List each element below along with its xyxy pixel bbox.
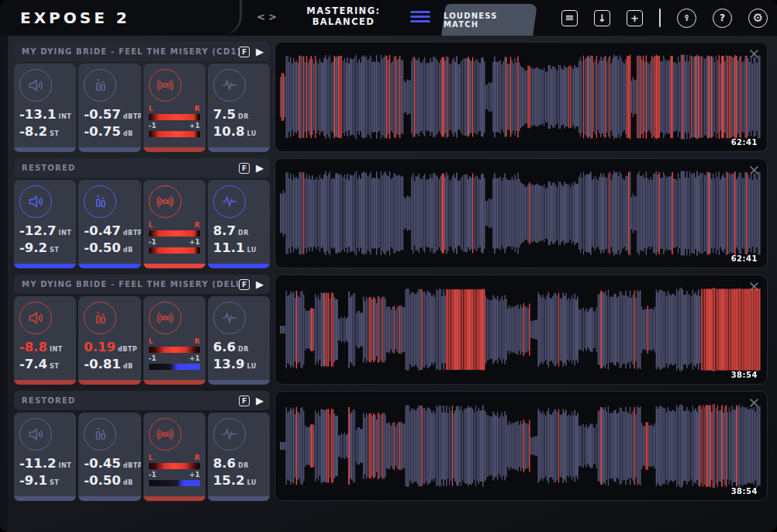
- dynamics-metric-cell[interactable]: 7.5DR 10.8LU: [208, 64, 270, 152]
- duration-label: 62:41: [731, 138, 758, 147]
- app-title: EXPOSE 2: [20, 9, 130, 27]
- stereo-metric-cell[interactable]: LR -1+1: [143, 413, 205, 501]
- stereo-metric-cell[interactable]: LR -1+1: [143, 296, 205, 385]
- track-row: RESTORED F ▶ -11.2INT -9.1ST: [14, 391, 768, 501]
- stereo-balance-meter: LR -1+1: [149, 221, 200, 254]
- peak-metric-cell[interactable]: 0.19dBTP -0.81dB: [78, 296, 140, 385]
- play-button[interactable]: ▶: [256, 47, 264, 57]
- metric-status-bar: [143, 380, 205, 385]
- metric-status-bar: [143, 496, 205, 501]
- waveform-panel[interactable]: 38:54: [275, 391, 768, 501]
- waveform-panel[interactable]: 38:54: [275, 275, 768, 385]
- loudness-match-button[interactable]: LOUDNESS MATCH: [441, 4, 537, 36]
- correlation-meter-bar: [149, 480, 200, 486]
- stereo-balance-meter: LR -1+1: [149, 337, 200, 370]
- metric-status-bar: [14, 264, 76, 268]
- stereo-width-icon: [149, 69, 181, 102]
- peak-db-value: -0.81: [84, 357, 121, 371]
- activate-key-icon[interactable]: [677, 9, 696, 28]
- preset-next-icon[interactable]: >: [268, 11, 277, 22]
- stereo-width-icon: [149, 185, 181, 218]
- stereo-width-icon: [149, 418, 181, 451]
- loudness-metric-cell[interactable]: -12.7INT -9.2ST: [14, 180, 76, 268]
- dynamics-metric-cell[interactable]: 6.6DR 13.9LU: [208, 296, 270, 385]
- dynamics-icon: [213, 185, 246, 218]
- dynamics-icon: [213, 418, 246, 451]
- true-peak-value: -0.47: [84, 223, 121, 238]
- focus-icon[interactable]: F: [239, 396, 250, 406]
- right-label: R: [195, 221, 200, 230]
- play-button[interactable]: ▶: [256, 396, 264, 406]
- minus-one-label: -1: [149, 238, 157, 247]
- stereo-metric-cell[interactable]: LR -1+1: [143, 64, 205, 152]
- preset-name[interactable]: MASTERING: BALANCED: [280, 5, 407, 27]
- play-button[interactable]: ▶: [256, 279, 264, 289]
- track-row: RESTORED F ▶ -12.7INT -9.2ST: [14, 158, 768, 268]
- loudness-range-value: 15.2: [213, 473, 245, 488]
- save-icon[interactable]: ↓: [594, 10, 610, 26]
- loudness-range-value: 11.1: [213, 240, 245, 255]
- loudness-metric-cell[interactable]: -8.8INT -7.4ST: [14, 296, 76, 385]
- track-title-bar: MY DYING BRIDE - FEEL THE MISERY (DELUXE…: [14, 275, 270, 294]
- waveform-display[interactable]: [280, 399, 761, 492]
- minus-one-label: -1: [149, 354, 157, 364]
- metric-cells: -13.1INT -8.2ST -0.57dBTP -0.75dB: [14, 64, 270, 152]
- loudness-metric-cell[interactable]: -11.2INT -9.1ST: [14, 413, 76, 501]
- dynamics-metric-cell[interactable]: 8.7DR 11.1LU: [208, 180, 270, 268]
- help-icon[interactable]: ?: [713, 9, 732, 28]
- peak-meter-icon: [84, 302, 116, 334]
- waveform-panel[interactable]: 62:41: [275, 158, 768, 268]
- waveform-display[interactable]: [280, 50, 761, 143]
- waveform-display[interactable]: [280, 283, 761, 376]
- stereo-metric-cell[interactable]: LR -1+1: [143, 180, 205, 268]
- plus-one-label: +1: [189, 238, 200, 247]
- loudness-range-value: 13.9: [213, 357, 245, 371]
- left-label: L: [149, 454, 154, 463]
- preset-prev-icon[interactable]: <: [257, 11, 265, 22]
- short-term-loudness-value: -7.4: [19, 357, 47, 371]
- track-metrics-panel: RESTORED F ▶ -11.2INT -9.1ST: [14, 391, 270, 501]
- dynamics-metric-cell[interactable]: 8.6DR 15.2LU: [208, 413, 270, 501]
- correlation-meter-bar: [149, 131, 200, 137]
- plus-one-label: +1: [189, 122, 200, 131]
- add-file-icon[interactable]: +: [627, 10, 643, 26]
- expose2-window: EXPOSE 2 < > MASTERING: BALANCED LOUDNES…: [0, 0, 777, 532]
- track-metrics-panel: MY DYING BRIDE - FEEL THE MISERY (DELUXE…: [14, 275, 270, 385]
- stereo-width-icon: [149, 302, 181, 334]
- stereo-balance-meter: LR -1+1: [149, 105, 200, 137]
- dynamic-range-value: 7.5: [213, 107, 236, 122]
- focus-icon[interactable]: F: [239, 163, 250, 174]
- track-title: RESTORED: [22, 164, 239, 172]
- metric-cells: -8.8INT -7.4ST 0.19dBTP -0.81dB: [14, 296, 270, 385]
- waveform-panel[interactable]: 62:41: [275, 42, 768, 152]
- duration-label: 38:54: [731, 487, 758, 496]
- preset-menu-icon[interactable]: [410, 11, 430, 22]
- track-metrics-panel: MY DYING BRIDE - FEEL THE MISERY (CD1) F…: [14, 42, 270, 152]
- track-title: RESTORED: [22, 396, 239, 405]
- short-term-loudness-value: -8.2: [19, 124, 47, 139]
- focus-icon[interactable]: F: [239, 47, 250, 57]
- peak-metric-cell[interactable]: -0.57dBTP -0.75dB: [78, 64, 140, 152]
- preset-selector[interactable]: < > MASTERING: BALANCED: [247, 0, 440, 33]
- waveform-display[interactable]: [280, 167, 761, 260]
- notes-icon[interactable]: [561, 10, 578, 26]
- right-label: R: [195, 337, 200, 347]
- play-button[interactable]: ▶: [256, 163, 264, 173]
- peak-metric-cell[interactable]: -0.45dBTP -0.50dB: [78, 413, 140, 501]
- topbar: EXPOSE 2 < > MASTERING: BALANCED LOUDNES…: [0, 0, 777, 36]
- peak-meter-icon: [84, 418, 116, 451]
- left-label: L: [149, 221, 154, 230]
- focus-icon[interactable]: F: [239, 279, 250, 290]
- topbar-divider: [659, 9, 661, 27]
- peak-meter-icon: [84, 185, 116, 218]
- peak-db-value: -0.50: [84, 240, 121, 255]
- settings-gear-icon[interactable]: ⚙: [748, 9, 768, 28]
- metric-status-bar: [14, 496, 76, 501]
- short-term-loudness-value: -9.1: [19, 473, 47, 488]
- left-label: L: [149, 337, 154, 347]
- loudness-metric-cell[interactable]: -13.1INT -8.2ST: [14, 64, 76, 152]
- peak-metric-cell[interactable]: -0.47dBTP -0.50dB: [78, 180, 140, 268]
- track-title: MY DYING BRIDE - FEEL THE MISERY (CD1): [22, 47, 239, 56]
- track-title-bar: RESTORED F ▶: [14, 391, 270, 410]
- loudness-range-value: 10.8: [213, 124, 245, 139]
